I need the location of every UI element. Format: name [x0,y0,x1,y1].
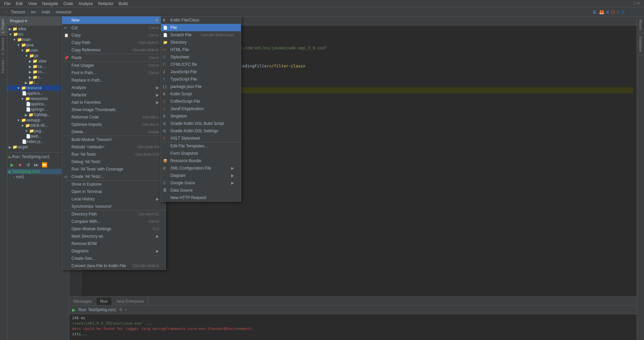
menu-edit[interactable]: Edit [13,1,25,7]
ctx-item-convert-java[interactable]: Convert Java File to Kotlin File Ctrl+Al… [62,262,166,270]
submenu-kotlin-script[interactable]: K Kotlin Script [161,90,241,98]
submenu-typescript[interactable]: T TypeScript File [161,76,241,83]
submenu-data-source[interactable]: 🗄 Data Source [161,187,241,194]
ctx-item-cut[interactable]: ✂ Cut Ctrl+X [62,24,166,32]
tree-item-applica[interactable]: 📄 applica... [7,91,69,96]
ctx-item-copy-path[interactable]: Copy Path Ctrl+Shift+C [62,39,166,46]
tree-item-src[interactable]: ▼ 📁 src [7,32,69,37]
ctx-item-paste[interactable]: 📌 Paste Ctrl+V [62,54,166,61]
run-settings-icon[interactable]: ⚙ [119,307,122,312]
run-step-btn[interactable]: ⏩ [41,161,48,168]
submenu-xml-config[interactable]: X XML Configuration File ▶ [161,164,241,172]
submenu-coffeescript[interactable]: C CoffeeScript File [161,98,241,105]
tree-item-sub3[interactable]: ▶ 📁 co... [7,69,69,75]
submenu-scratch[interactable]: 📄 Scratch File Ctrl+Alt+Shift+Insert [161,31,241,39]
submenu-directory[interactable]: 📁 Directory [161,39,241,46]
tree-item-java[interactable]: ▼ 📁 java [7,42,69,48]
submenu-http-request[interactable]: New HTTP Request [161,194,241,201]
ctx-item-diagrams[interactable]: Diagrams ▶ [62,247,166,255]
menu-code[interactable]: Code [61,1,76,7]
ctx-item-module-settings[interactable]: Open Module Settings F12 [62,225,166,233]
menu-navigate[interactable]: Navigate [40,1,61,7]
ctx-item-rebuild[interactable]: Rebuild '<default>' Ctrl+Shift+F9 [62,143,166,151]
database-tab[interactable]: Database [637,34,644,55]
ctx-item-run-tests[interactable]: Run 'All Tests' Ctrl+Shift+F10 [62,151,166,158]
ctx-item-build-module[interactable]: Build Module 'Twossm' [62,136,166,143]
tree-item-gx[interactable]: ▼ 📁 gx [7,53,69,58]
tree-item-main[interactable]: ▼ 📁 main [7,37,69,42]
bottom-tab-java-enterprise[interactable]: Java Enterprise [112,298,148,305]
ctx-item-find-usages[interactable]: Find Usages Ctrl+G [62,61,166,69]
ctx-item-delete[interactable]: Delete... Delete [62,128,166,136]
ctx-item-copy-reference[interactable]: Copy Reference Ctrl+Alt+Shift+C [62,46,166,54]
bottom-tab-run[interactable]: Run [96,298,112,305]
menu-build[interactable]: Build [116,1,130,7]
submenu-gradle-kotlin-build[interactable]: G Gradle Kotlin DSL Build Script [161,120,241,127]
submenu-singleton[interactable]: S Singleton [161,112,241,120]
tree-item-webapp[interactable]: ▼ 📁 webapp [7,117,69,123]
ctx-item-optimize[interactable]: Optimize Imports Ctrl+Alt+O [62,121,166,128]
ctx-item-local-history[interactable]: Local History ▶ [62,195,166,203]
edge-icon[interactable]: e [617,9,620,15]
console-play-btn[interactable]: ▶ [72,307,76,312]
ctx-item-replace-in-path[interactable]: Replace in Path... [62,77,166,84]
tree-item-t[interactable]: ▶ 📁 t... [7,80,69,85]
firefox-icon[interactable]: 🦊 [599,9,604,15]
ctx-item-open-terminal[interactable]: Open in Terminal [62,188,166,195]
menu-analyze[interactable]: Analyze [76,1,96,7]
submenu-gradle-kotlin-settings[interactable]: G Gradle Kotlin DSL Settings [161,127,241,135]
run-play-btn[interactable]: ▶ [9,161,15,168]
ctx-item-synchronize[interactable]: Synchronize 'resource' [62,203,166,210]
ctx-item-remove-bom[interactable]: Remove BOM [62,240,166,247]
ctx-item-mark-directory[interactable]: Mark Directory as ▶ [62,233,166,240]
bottom-tab-messages[interactable]: Messages [69,298,96,305]
ctx-item-reformat[interactable]: Reformat Code Ctrl+Alt+L [62,113,166,121]
menu-file[interactable]: File [1,1,13,7]
tree-item-applica-xml[interactable]: 📄 applica... [7,101,69,107]
safari-icon[interactable]: S [622,9,625,15]
tree-item-sub1[interactable]: ▶ 📁 .idea [7,58,69,64]
tree-item-run1[interactable]: ✓ run1 [7,174,69,180]
run-skip-btn[interactable]: ⏭ [33,161,40,168]
tree-item-target[interactable]: ▶ 📁 target [7,144,69,150]
ctx-item-add-favorites[interactable]: Add to Favorites ▶ [62,99,166,106]
submenu-file[interactable]: 📄 File [161,24,241,31]
submenu-edit-templates[interactable]: Edit File Templates... [161,142,241,150]
tree-item-sqlmap[interactable]: ▶ 📁 SqlMap... [7,112,69,117]
tree-item-run[interactable]: ▶ Run: TestSpring.run1 [7,154,69,159]
ctx-item-run-coverage[interactable]: Run 'All Tests' with Coverage [62,165,166,173]
menu-refactor[interactable]: Refactor [96,1,116,7]
opera-icon[interactable]: O [611,9,615,15]
ctx-item-debug-tests[interactable]: Debug 'All Tests' [62,158,166,165]
ctx-item-find-in-path[interactable]: Find in Path... Ctrl+H [62,69,166,77]
ctx-item-analyze[interactable]: Analyze ▶ [62,84,166,91]
tree-item-idea[interactable]: ▶ 📁 .idea [7,26,69,32]
ctx-item-show-thumbnails[interactable]: Show Image Thumbnails [62,106,166,113]
run-reload-btn[interactable]: ↺ [25,161,32,168]
tree-item-resource[interactable]: ▼ 📁 resource [7,85,69,91]
ctx-item-new[interactable]: New ▶ [62,16,166,24]
tree-item-sub2[interactable]: ▶ 📁 ca... [7,64,69,69]
ctx-item-compare[interactable]: Compare With... Ctrl+D [62,218,166,225]
sidebar-tab-favorites[interactable]: Favorites [0,57,7,75]
submenu-kotlin-file[interactable]: K Kotlin File/Class [161,16,241,24]
submenu-resource-bundle[interactable]: 📦 Resource Bundle [161,157,241,164]
submenu-form-snapshot[interactable]: Form Snapshot [161,150,241,157]
sidebar-tab-structure[interactable]: 2: Structure [0,35,7,57]
sidebar-tab-project[interactable]: 1: Project [0,17,7,35]
tree-item-resources[interactable]: ▼ 📁 resources [7,96,69,101]
run-stop-btn[interactable]: ■ [17,161,23,168]
ie-icon[interactable]: e [606,9,609,15]
breadcrumb-twossm[interactable]: Twossm [11,10,25,14]
ctx-item-directory-path[interactable]: Directory Path Ctrl+Alt+F12 [62,210,166,218]
tree-item-web[interactable]: 📄 web... [7,134,69,139]
run-close-icon[interactable]: × [125,308,127,312]
ctx-item-copy[interactable]: 📋 Copy Ctrl+C [62,32,166,39]
submenu-xslt[interactable]: X XSLT Stylesheet [161,135,241,142]
ctx-item-refactor[interactable]: Refactor ▶ [62,91,166,99]
tree-item-com[interactable]: ▼ 📁 com [7,48,69,53]
tree-item-sub4[interactable]: ▶ 📁 s... [7,75,69,80]
ctx-item-create-gist[interactable]: Create Gist... [62,255,166,262]
breadcrumb-src[interactable]: src [31,10,36,14]
submenu-cfml[interactable]: C CFML/CFC file [161,61,241,68]
